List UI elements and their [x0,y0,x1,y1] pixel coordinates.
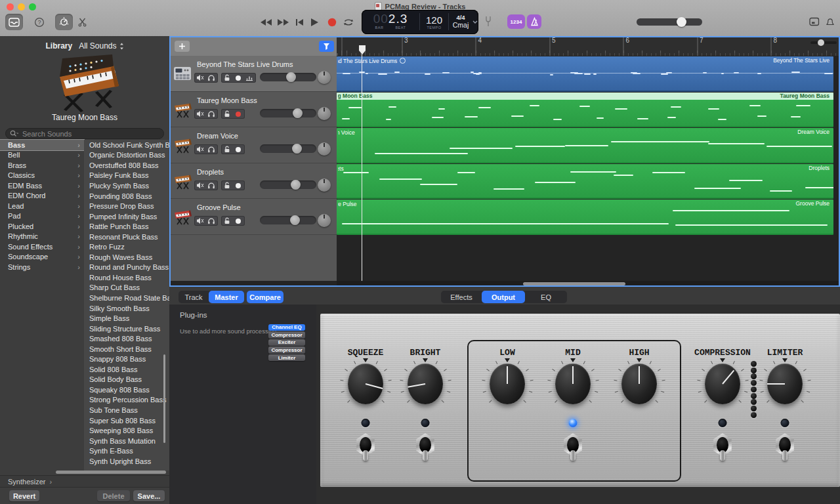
tab-compare[interactable]: Compare [247,291,284,303]
sound-list-item[interactable]: Synth Upright Bass [84,456,169,467]
toggle-switch[interactable] [414,433,436,463]
mute-button[interactable] [194,144,205,154]
toggle-switch[interactable] [774,433,796,463]
solo-button[interactable] [205,144,217,154]
sound-list-item[interactable]: Strong Percussion Bass [84,395,169,406]
zoom-slider-thumb[interactable] [818,39,824,46]
tab-eq[interactable]: EQ [525,291,567,303]
pan-knob[interactable] [318,107,331,120]
sound-list-item[interactable]: Synth Bass Mutation [84,436,169,446]
sound-list-item[interactable]: Pressure Drop Bass [84,201,169,211]
quick-help-button[interactable]: ? [30,14,48,30]
record-enable-button[interactable] [232,144,243,154]
count-in-button[interactable]: 1234 [507,14,525,29]
sound-list-item[interactable]: Round House Bass [84,272,169,283]
sound-list-item[interactable]: Old School Funk Synth B... [84,140,169,150]
track-region-4[interactable]: DropletsDroplets [337,164,833,199]
save-button[interactable]: Save... [133,490,165,501]
track-volume-slider[interactable] [260,109,316,117]
knob-high[interactable] [621,364,657,404]
track-region-5[interactable]: Groove PulseGroove Pulse [337,200,833,235]
sound-list-item[interactable]: Simple Bass [84,313,169,324]
lcd-key-signature[interactable]: 4/4 Cmaj [449,10,472,34]
sound-list-item[interactable]: Smashed 808 Bass [84,333,169,344]
mute-button[interactable] [194,109,205,119]
sound-list-scrollbar[interactable] [163,354,165,443]
lock-button[interactable] [221,216,232,226]
lcd-position[interactable]: 002.3 BARBEAT [362,10,419,34]
sidebar-category-soundscape[interactable]: Soundscape› [0,252,84,262]
volume-slider-thumb[interactable] [290,215,300,225]
record-button[interactable] [323,14,341,30]
mute-button[interactable] [194,73,205,83]
sidebar-category-rhythmic[interactable]: Rhythmic› [0,232,84,242]
record-enable-button[interactable] [232,73,243,83]
sidebar-category-edm-chord[interactable]: EDM Chord› [0,191,84,201]
mute-button[interactable] [194,216,205,226]
timeline-zoom-slider[interactable] [810,41,837,44]
sidebar-category-pad[interactable]: Pad› [0,211,84,222]
sidebar-category-edm-bass[interactable]: EDM Bass› [0,180,84,191]
add-track-button[interactable] [175,41,190,52]
timeline-ruler[interactable]: 345678 [337,36,840,56]
editors-button[interactable] [74,14,91,30]
sound-list-item[interactable]: Synth E-Bass [84,446,169,456]
pan-knob[interactable] [318,214,331,227]
plugin-slot-compressor[interactable]: Compressor [268,331,305,339]
sound-list-item[interactable]: Resonant Pluck Bass [84,232,169,242]
track-volume-slider[interactable] [260,73,316,81]
display-mode-button[interactable] [809,17,820,26]
sound-list-item[interactable]: Plucky Synth Bass [84,180,169,191]
playhead-marker[interactable] [358,45,366,55]
timeline-horizontal-scrollbar[interactable] [337,281,840,287]
sound-list-item[interactable]: Sweeping 808 Bass [84,425,169,436]
sound-list-item[interactable]: Sharp Cut Bass [84,283,169,293]
sound-list-item[interactable]: Sliding Structure Bass [84,324,169,334]
knob-low[interactable] [490,364,525,404]
forward-button[interactable] [274,14,292,30]
lock-button[interactable] [221,144,232,154]
track-volume-slider[interactable] [260,180,316,189]
record-enable-button[interactable] [232,109,243,119]
master-volume-slider[interactable] [637,18,702,26]
toggle-switch[interactable] [562,433,584,463]
tab-track[interactable]: Track [178,291,209,303]
instrument-footer[interactable]: Synthesizer› [0,475,169,488]
monitoring-button[interactable] [243,73,255,83]
sound-list-item[interactable]: Retro Fuzz [84,242,169,252]
track-header-2[interactable]: Taureg Moon Bass [169,92,337,127]
sound-list-item[interactable]: Snappy 808 Bass [84,354,169,364]
rewind-button[interactable] [257,14,275,30]
sound-list-item[interactable]: Pounding 808 Bass [84,191,169,201]
pan-knob[interactable] [318,71,331,84]
catch-playhead-button[interactable] [319,41,334,52]
sound-list-item[interactable]: Super Sub 808 Bass [84,415,169,426]
sound-list-item[interactable]: Organic Distortion Bass [84,150,169,161]
plugin-slot-channel-eq[interactable]: Channel EQ [268,324,305,331]
solo-button[interactable] [205,73,217,83]
solo-button[interactable] [205,216,217,226]
sound-list-item[interactable]: Shelburne Road State Ba... [84,293,169,303]
sound-list-item[interactable]: Solid 808 Bass [84,364,169,375]
volume-slider-thumb[interactable] [292,144,302,154]
lock-button[interactable] [221,109,232,119]
plugin-slot-exciter[interactable]: Exciter [268,339,305,346]
library-filter-select[interactable]: All Sounds [79,41,123,51]
delete-button[interactable]: Delete [97,490,130,501]
pan-knob[interactable] [318,142,331,156]
sound-list-item[interactable]: Round and Punchy Bass [84,262,169,273]
sound-list-item[interactable]: Smooth Short Bass [84,344,169,354]
track-header-3[interactable]: Dream Voice [169,127,337,163]
lcd-chevron-icon[interactable] [472,10,478,34]
sidebar-category-bass[interactable]: Bass› [0,140,84,150]
sidebar-category-classics[interactable]: Classics› [0,171,84,181]
sidebar-category-plucked[interactable]: Plucked› [0,221,84,232]
playhead-line[interactable] [362,45,362,281]
toggle-switch[interactable] [354,433,377,463]
sidebar-category-sound-effects[interactable]: Sound Effects› [0,242,84,252]
tab-effects[interactable]: Effects [441,291,482,303]
smart-controls-button[interactable] [55,14,73,30]
search-field[interactable] [5,128,164,139]
lock-button[interactable] [221,73,232,83]
tuner-icon[interactable] [484,16,493,28]
